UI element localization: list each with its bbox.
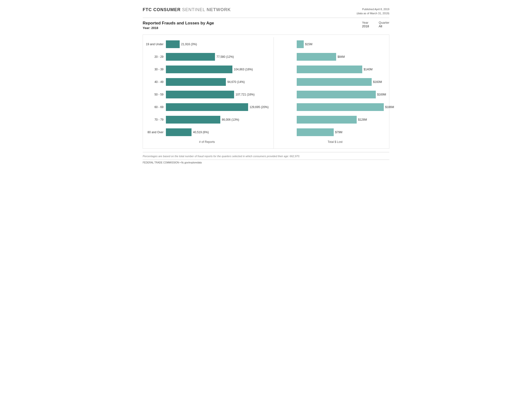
bar-row: 30 - 39104,863 (16%) [145,65,269,74]
bar-wrap-right: $169M [297,91,394,98]
loss-bar [297,40,304,48]
bar-row: 60 - 69$186M [276,103,394,112]
report-bar-label: 21,916 (3%) [181,43,197,46]
bar-row: 70 - 7986,006 (13%) [145,115,269,124]
filter-quarter-value: All [379,24,389,28]
bar-wrap-right: $79M [297,128,394,136]
loss-bar [297,116,357,123]
age-label: 80 and Over [145,131,166,134]
bar-row: 70 - 79$128M [276,115,394,124]
bar-wrap: 40,519 (6%) [166,128,269,136]
bar-row: 80 and Over40,519 (6%) [145,128,269,137]
bar-wrap: 129,695 (20%) [166,103,269,111]
report-bar [166,65,232,73]
right-axis-label: Total $ Lost [276,140,394,146]
bar-wrap-right: $160M [297,78,394,86]
loss-bar-label: $84M [338,55,345,58]
logo-ftc: FTC [143,7,152,12]
report-bar [166,103,248,111]
bar-row: 40 - 4994,670 (14%) [145,77,269,86]
report-bar-label: 40,519 (6%) [193,131,209,134]
report-bar-label: 77,580 (12%) [216,55,234,58]
chart-title-block: Reported Frauds and Losses by Age Year: … [143,21,214,30]
bar-wrap: 94,670 (14%) [166,78,269,86]
age-label: 30 - 39 [145,68,166,71]
bar-row: 20 - 2977,580 (12%) [145,52,269,61]
loss-bar-label: $128M [358,118,367,121]
age-label: 60 - 69 [145,105,166,109]
report-bar [166,128,191,136]
left-axis-label: # of Reports [145,140,269,146]
loss-bar-label: $140M [364,68,373,71]
filter-quarter: Quarter All [379,21,389,28]
bar-wrap-right: $15M [297,40,394,48]
report-bar-label: 86,006 (13%) [222,118,239,121]
filter-year-label: Year [362,21,369,24]
age-label: 19 and Under [145,43,166,46]
header-divider [143,18,389,18]
bar-wrap-right: $186M [297,103,394,111]
report-bar [166,78,226,86]
bar-row: 60 - 69129,695 (20%) [145,103,269,112]
filters: Year 2018 Quarter All [362,21,389,28]
report-bar [166,53,215,61]
bar-wrap: 107,721 (16%) [166,91,269,98]
bar-row: 19 and Under21,916 (3%) [145,40,269,49]
bar-wrap: 86,006 (13%) [166,116,269,123]
bar-row: 30 - 39$140M [276,65,394,74]
logo-sentinel: SENTINEL [182,7,205,12]
logo: FTC CONSUMER SENTINEL NETWORK [143,7,231,12]
bar-row: 40 - 49$160M [276,77,394,86]
loss-bar [297,65,362,73]
logo-network: NETWORK [207,7,231,12]
bar-row: 20 - 29$84M [276,52,394,61]
report-bar-label: 104,863 (16%) [234,68,253,71]
report-bar-label: 94,670 (14%) [227,80,245,84]
loss-bar-label: $169M [377,93,386,96]
loss-bar-label: $79M [335,131,342,134]
published-line2: (data as of March 31, 2019) [357,11,389,16]
age-label: 40 - 49 [145,80,166,84]
report-bar-label: 129,695 (20%) [249,105,269,109]
age-label: 20 - 29 [145,55,166,58]
loss-bar [297,91,376,98]
report-bar [166,116,220,123]
chart-subtitle: Year: 2018 [143,26,214,30]
chart-title: Reported Frauds and Losses by Age [143,21,214,26]
published-info: Published April 8, 2019 (data as of Marc… [357,7,389,15]
loss-bar [297,103,384,111]
report-bar [166,91,234,98]
bar-row: 50 - 59107,721 (16%) [145,90,269,99]
bar-wrap-right: $128M [297,116,394,123]
loss-bar-label: $186M [385,105,394,109]
loss-bar [297,53,336,61]
loss-bar-label: $160M [373,80,382,84]
bar-wrap-right: $140M [297,65,394,73]
loss-bar [297,78,372,86]
filter-year: Year 2018 [362,21,369,28]
charts-container: 19 and Under21,916 (3%)20 - 2977,580 (12… [143,35,389,149]
footer-bottom: FEDERAL TRADE COMMISSION • ftc.gov/explo… [143,159,389,164]
footer-note: Percentages are based on the total numbe… [143,152,389,158]
logo-consumer: CONSUMER [153,7,181,12]
report-bar [166,40,180,48]
bar-row: 80 and Over$79M [276,128,394,137]
chart-header: Reported Frauds and Losses by Age Year: … [143,21,389,30]
loss-bar [297,128,334,136]
left-chart-panel: 19 and Under21,916 (3%)20 - 2977,580 (12… [143,37,274,149]
bar-wrap: 21,916 (3%) [166,40,269,48]
loss-bar-label: $15M [305,43,313,46]
filter-year-value: 2018 [362,24,369,28]
report-bar-label: 107,721 (16%) [236,93,255,96]
bar-row: 19 and Under$15M [276,40,394,49]
bar-wrap-right: $84M [297,53,394,61]
bar-wrap: 77,580 (12%) [166,53,269,61]
age-label: 70 - 79 [145,118,166,121]
published-line1: Published April 8, 2019 [357,7,389,11]
right-chart-panel: 19 and Under$15M20 - 29$84M30 - 39$140M4… [274,37,399,149]
bar-row: 50 - 59$169M [276,90,394,99]
page-wrapper: FTC CONSUMER SENTINEL NETWORK Published … [143,7,389,164]
age-label: 50 - 59 [145,93,166,96]
bar-wrap: 104,863 (16%) [166,65,269,73]
filter-quarter-label: Quarter [379,21,389,24]
